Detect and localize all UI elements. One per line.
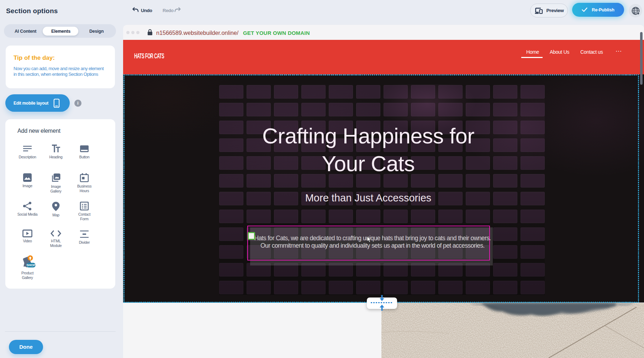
svg-text:SHOP: SHOP [26, 263, 36, 267]
